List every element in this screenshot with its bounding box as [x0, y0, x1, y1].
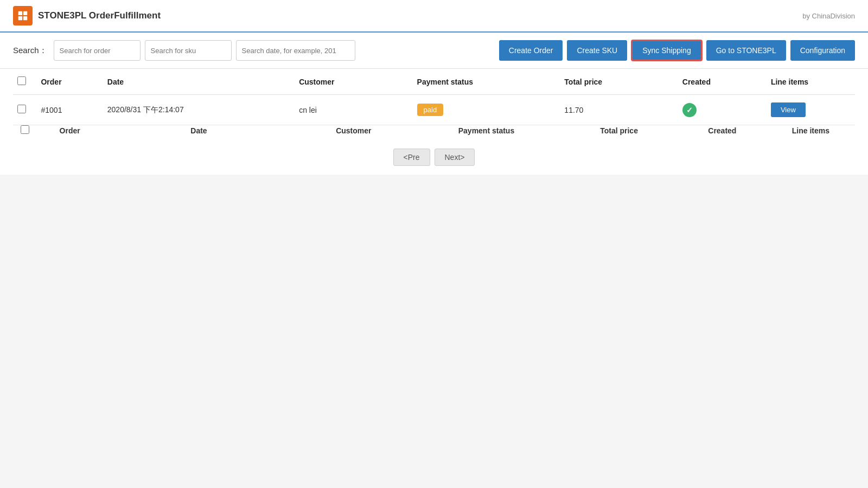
footer-col-order: Order: [36, 125, 103, 136]
table-footer-row: Order Date Customer Payment status Total…: [13, 125, 855, 136]
col-header-line-items: Line items: [767, 69, 855, 95]
row-total-price: 11.70: [560, 95, 678, 125]
col-header-created: Created: [678, 69, 767, 95]
sync-shipping-button[interactable]: Sync Shipping: [631, 40, 702, 61]
goto-stone3pl-button[interactable]: Go to STONE3PL: [706, 40, 786, 61]
svg-rect-3: [23, 16, 27, 20]
pagination: <Pre Next>: [13, 136, 855, 175]
row-order: #1001: [36, 95, 103, 125]
create-order-button[interactable]: Create Order: [499, 40, 563, 61]
search-order-input[interactable]: [54, 40, 141, 61]
row-customer: cn lei: [295, 95, 412, 125]
orders-table-container: Order Date Customer Payment status Total…: [0, 69, 868, 175]
header-left: STONE3PL OrderFulfillment: [13, 6, 161, 25]
footer-col-customer: Customer: [295, 125, 412, 136]
col-header-date: Date: [103, 69, 295, 95]
payment-badge: paid: [417, 104, 444, 116]
next-page-button[interactable]: Next>: [435, 149, 475, 166]
footer-col-date: Date: [103, 125, 295, 136]
configuration-button[interactable]: Configuration: [790, 40, 855, 61]
footer-col-created: Created: [678, 125, 767, 136]
search-date-input[interactable]: [236, 40, 355, 61]
footer-checkbox[interactable]: [21, 125, 29, 134]
search-sku-input[interactable]: [145, 40, 232, 61]
prev-page-button[interactable]: <Pre: [393, 149, 430, 166]
app-logo: [13, 6, 33, 25]
row-line-items: View: [767, 95, 855, 125]
footer-col-total-price: Total price: [560, 125, 678, 136]
svg-rect-1: [23, 11, 27, 15]
svg-rect-0: [18, 11, 22, 15]
created-check-icon: ✓: [682, 103, 697, 117]
table-row: #1001 2020/8/31 下午2:14:07 cn lei paid 11…: [13, 95, 855, 125]
footer-col-payment: Payment status: [413, 125, 560, 136]
row-created: ✓: [678, 95, 767, 125]
footer-col-line-items: Line items: [767, 125, 855, 136]
row-payment-status: paid: [413, 95, 560, 125]
svg-rect-2: [18, 16, 22, 20]
orders-table: Order Date Customer Payment status Total…: [13, 69, 855, 136]
header-by-label: by ChinaDivision: [802, 12, 855, 20]
create-sku-button[interactable]: Create SKU: [567, 40, 627, 61]
table-header-row: Order Date Customer Payment status Total…: [13, 69, 855, 95]
col-header-payment: Payment status: [413, 69, 560, 95]
col-header-customer: Customer: [295, 69, 412, 95]
app-header: STONE3PL OrderFulfillment by ChinaDivisi…: [0, 0, 868, 33]
toolbar: Search： Create Order Create SKU Sync Shi…: [0, 33, 868, 69]
row-checkbox[interactable]: [17, 105, 26, 113]
view-button[interactable]: View: [771, 102, 806, 117]
row-date: 2020/8/31 下午2:14:07: [103, 95, 295, 125]
search-label: Search：: [13, 46, 47, 56]
app-title: STONE3PL OrderFulfillment: [38, 10, 161, 21]
col-header-order: Order: [36, 69, 103, 95]
col-header-total-price: Total price: [560, 69, 678, 95]
select-all-checkbox[interactable]: [17, 76, 26, 85]
